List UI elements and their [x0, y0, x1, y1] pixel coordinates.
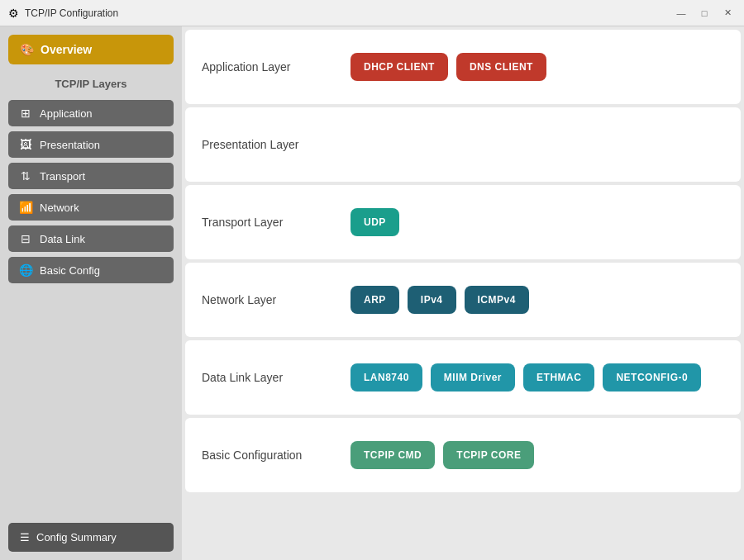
palette-icon: 🎨 — [20, 43, 34, 56]
close-button[interactable]: ✕ — [718, 5, 737, 21]
presentation-layer-row: Presentation Layer — [185, 107, 741, 182]
data-link-layer-row: Data Link LayerLAN8740MIIM DriverETHMACN… — [185, 340, 741, 415]
globe-icon: 🌐 — [18, 263, 33, 277]
config-summary-label: Config Summary — [36, 531, 117, 543]
window-controls: — □ ✕ — [671, 5, 737, 21]
network-layer-label: Network Layer — [202, 293, 334, 306]
minimize-button[interactable]: — — [671, 5, 691, 21]
grid-icon: ⊞ — [18, 107, 33, 120]
network-layer-chips: ARPIPv4ICMPv4 — [351, 286, 529, 314]
data-link-layer-chip-lan8740[interactable]: LAN8740 — [351, 363, 422, 392]
layers-title: TCP/IP Layers — [8, 74, 174, 95]
data-link-layer-chips: LAN8740MIIM DriverETHMACNETCONFIG-0 — [351, 363, 701, 392]
data-link-layer-label: Data Link Layer — [202, 371, 334, 384]
basic-config-layer-chips: TCPIP CMDTCPIP CORE — [351, 441, 534, 469]
sidebar-item-basic-config[interactable]: 🌐 Basic Config — [8, 257, 174, 283]
right-panel: Application LayerDHCP CLIENTDNS CLIENTPr… — [182, 26, 744, 560]
sidebar-item-network[interactable]: 📶 Network — [8, 194, 174, 221]
transport-layer-chip-udp[interactable]: UDP — [351, 208, 399, 236]
sidebar-item-application[interactable]: ⊞ Application — [8, 100, 174, 126]
sidebar-transport-label: Transport — [40, 170, 85, 183]
basic-config-layer-label: Basic Configuration — [202, 448, 334, 462]
transport-layer-row: Transport LayerUDP — [185, 185, 741, 259]
maximize-button[interactable]: □ — [694, 5, 714, 21]
overview-label: Overview — [41, 43, 92, 56]
data-link-layer-chip-netconfig-0[interactable]: NETCONFIG-0 — [603, 363, 701, 392]
sidebar-data-link-label: Data Link — [40, 233, 85, 245]
presentation-layer-label: Presentation Layer — [202, 138, 334, 151]
basic-config-layer-row: Basic ConfigurationTCPIP CMDTCPIP CORE — [185, 418, 741, 492]
main-content: 🎨 Overview TCP/IP Layers ⊞ Application 🖼… — [0, 26, 744, 560]
layers-icon: ⊟ — [18, 232, 33, 245]
application-layer-chip-dns-client[interactable]: DNS CLIENT — [456, 53, 546, 81]
data-link-layer-chip-ethmac[interactable]: ETHMAC — [523, 363, 594, 392]
application-layer-label: Application Layer — [202, 60, 334, 74]
sidebar: 🎨 Overview TCP/IP Layers ⊞ Application 🖼… — [0, 26, 182, 560]
application-layer-chip-dhcp-client[interactable]: DHCP CLIENT — [351, 53, 448, 81]
network-layer-chip-icmpv4[interactable]: ICMPv4 — [465, 286, 529, 314]
application-layer-chips: DHCP CLIENTDNS CLIENT — [351, 53, 546, 81]
transport-layer-chips: UDP — [351, 208, 399, 236]
sidebar-item-presentation[interactable]: 🖼 Presentation — [8, 131, 174, 158]
menu-icon: ☰ — [20, 531, 30, 543]
title-bar-text: TCP/IP Configuration — [25, 7, 671, 19]
sidebar-item-transport[interactable]: ⇅ Transport — [8, 163, 174, 189]
app-icon: ⚙ — [7, 7, 20, 20]
network-layer-chip-arp[interactable]: ARP — [351, 286, 399, 314]
basic-config-layer-chip-tcpip-core[interactable]: TCPIP CORE — [443, 441, 534, 469]
transport-layer-label: Transport Layer — [202, 216, 334, 229]
sidebar-network-label: Network — [40, 202, 79, 214]
sidebar-presentation-label: Presentation — [40, 139, 100, 151]
network-layer-row: Network LayerARPIPv4ICMPv4 — [185, 263, 741, 337]
config-summary-button[interactable]: ☰ Config Summary — [8, 523, 174, 552]
basic-config-layer-chip-tcpip-cmd[interactable]: TCPIP CMD — [351, 441, 435, 469]
title-bar: ⚙ TCP/IP Configuration — □ ✕ — [0, 0, 744, 26]
wifi-icon: 📶 — [18, 201, 33, 214]
sidebar-item-data-link[interactable]: ⊟ Data Link — [8, 225, 174, 252]
overview-button[interactable]: 🎨 Overview — [8, 35, 174, 64]
application-layer-row: Application LayerDHCP CLIENTDNS CLIENT — [185, 30, 741, 104]
network-layer-chip-ipv4[interactable]: IPv4 — [408, 286, 456, 314]
image-icon: 🖼 — [18, 138, 33, 151]
arrows-icon: ⇅ — [18, 169, 33, 183]
data-link-layer-chip-miim-driver[interactable]: MIIM Driver — [431, 363, 515, 392]
sidebar-basic-config-label: Basic Config — [40, 264, 100, 277]
sidebar-application-label: Application — [40, 107, 93, 120]
